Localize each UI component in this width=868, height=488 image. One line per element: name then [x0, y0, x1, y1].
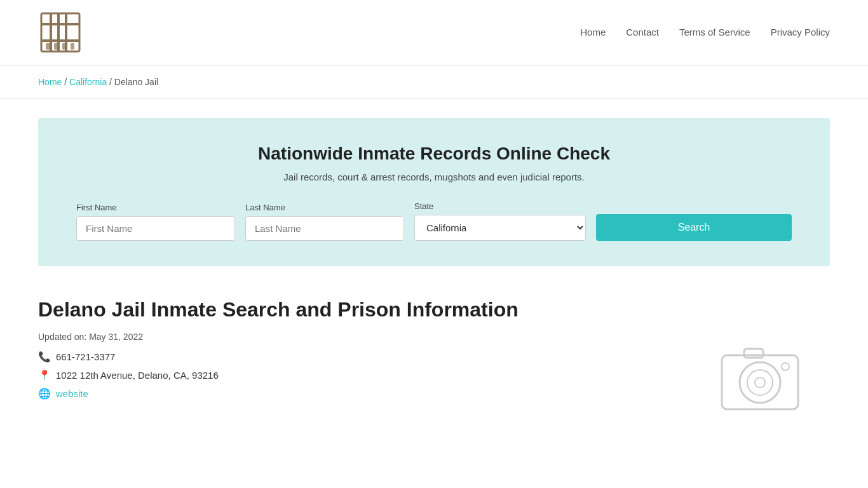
- jail-info: Delano Jail Inmate Search and Prison Inf…: [38, 298, 519, 406]
- logo: [38, 10, 83, 55]
- svg-point-11: [740, 362, 780, 403]
- nav-terms[interactable]: Terms of Service: [679, 27, 750, 37]
- jail-logo-icon: [38, 10, 83, 55]
- website-link[interactable]: website: [56, 388, 88, 399]
- svg-rect-6: [46, 43, 50, 50]
- svg-rect-7: [54, 43, 58, 50]
- svg-rect-3: [50, 13, 52, 51]
- svg-rect-9: [71, 43, 74, 50]
- state-group: State Alabama Alaska Arizona Arkansas Ca…: [414, 201, 586, 241]
- svg-point-12: [747, 370, 773, 395]
- main-content: Delano Jail Inmate Search and Prison Inf…: [0, 285, 868, 431]
- globe-icon: 🌐: [38, 388, 51, 400]
- content-area: Delano Jail Inmate Search and Prison Inf…: [38, 298, 830, 406]
- breadcrumb: Home / California / Delano Jail: [0, 65, 868, 99]
- breadcrumb-home[interactable]: Home: [38, 77, 62, 87]
- breadcrumb-current: Delano Jail: [114, 77, 158, 87]
- header: Home Contact Terms of Service Privacy Po…: [0, 0, 868, 65]
- search-banner-title: Nationwide Inmate Records Online Check: [76, 144, 792, 164]
- state-label: State: [414, 201, 586, 211]
- phone-row: 📞 661-721-3377: [38, 351, 519, 363]
- camera-placeholder-container: [715, 336, 804, 421]
- nav-menu: Home Contact Terms of Service Privacy Po…: [580, 27, 830, 38]
- website-row: 🌐 website: [38, 388, 519, 400]
- camera-icon: [715, 336, 804, 419]
- first-name-label: First Name: [76, 203, 235, 212]
- nav-contact[interactable]: Contact: [626, 27, 659, 37]
- svg-rect-1: [41, 23, 79, 25]
- breadcrumb-separator-2: /: [109, 77, 114, 87]
- location-icon: 📍: [38, 369, 51, 381]
- nav-privacy[interactable]: Privacy Policy: [771, 27, 830, 37]
- address-row: 📍 1022 12th Avenue, Delano, CA, 93216: [38, 369, 519, 381]
- svg-rect-2: [41, 39, 79, 42]
- first-name-group: First Name: [76, 203, 235, 241]
- search-banner: Nationwide Inmate Records Online Check J…: [38, 118, 830, 266]
- page-title: Delano Jail Inmate Search and Prison Inf…: [38, 298, 519, 322]
- breadcrumb-state[interactable]: California: [69, 77, 107, 87]
- search-form: First Name Last Name State Alabama Alask…: [76, 201, 792, 241]
- breadcrumb-separator-1: /: [64, 77, 69, 87]
- search-button[interactable]: Search: [596, 214, 792, 241]
- updated-date: Updated on: May 31, 2022: [38, 332, 519, 342]
- last-name-group: Last Name: [245, 203, 404, 241]
- svg-rect-8: [62, 43, 66, 50]
- phone-icon: 📞: [38, 351, 51, 363]
- search-banner-subtitle: Jail records, court & arrest records, mu…: [76, 172, 792, 182]
- svg-point-15: [782, 363, 789, 370]
- last-name-label: Last Name: [245, 203, 404, 212]
- first-name-input[interactable]: [76, 216, 235, 241]
- state-select[interactable]: Alabama Alaska Arizona Arkansas Californ…: [414, 215, 586, 241]
- address-text: 1022 12th Avenue, Delano, CA, 93216: [56, 370, 219, 381]
- last-name-input[interactable]: [245, 216, 404, 241]
- nav-home[interactable]: Home: [580, 27, 606, 37]
- svg-point-13: [755, 377, 765, 388]
- phone-number: 661-721-3377: [56, 351, 115, 362]
- svg-rect-14: [744, 349, 763, 358]
